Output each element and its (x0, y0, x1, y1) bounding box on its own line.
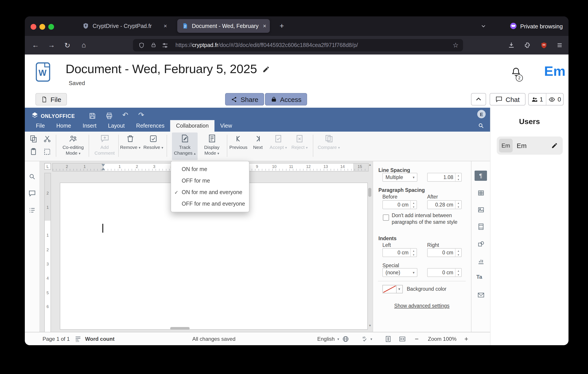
spinner-down-icon[interactable]: ▾ (455, 253, 461, 257)
word-count-label[interactable]: Word count (85, 336, 115, 342)
lock-icon[interactable] (151, 42, 157, 48)
spacing-after-spinner[interactable]: 0.28 cm ▴▾ (427, 200, 462, 209)
shape-settings-tab[interactable] (477, 240, 485, 248)
document-language-globe-icon[interactable] (342, 335, 349, 343)
tab-references[interactable]: References (130, 120, 170, 132)
text-art-settings-tab[interactable]: Ta (476, 274, 482, 280)
spinner-up-icon[interactable]: ▴ (455, 201, 461, 205)
list-all-tabs-chevron-icon[interactable] (480, 23, 486, 29)
file-button[interactable]: File (35, 93, 67, 105)
traffic-light-minimize[interactable] (40, 24, 45, 30)
copy-icon[interactable] (29, 135, 38, 143)
close-icon[interactable]: × (164, 23, 167, 29)
spacing-before-spinner[interactable]: 0 cm ▴▾ (382, 200, 417, 209)
vertical-scrollbar[interactable]: ▲ ▼ (368, 163, 372, 330)
spinner-up-icon[interactable]: ▴ (455, 249, 461, 253)
table-settings-tab[interactable] (477, 189, 485, 197)
menu-icon[interactable] (553, 39, 566, 52)
navigation-headings-icon[interactable] (28, 207, 36, 214)
scrollbar-thumb[interactable] (368, 188, 371, 197)
tab-insert[interactable]: Insert (77, 120, 102, 132)
accept-button[interactable]: Accept ▾ (269, 133, 288, 160)
spinner-down-icon[interactable]: ▾ (455, 177, 461, 181)
reject-button[interactable]: Reject ▾ (290, 133, 309, 160)
user-avatar-initials[interactable]: Em (544, 63, 566, 79)
find-icon[interactable] (28, 173, 36, 180)
spellcheck-toggle[interactable]: ab ▾ (362, 332, 372, 345)
spinner-down-icon[interactable]: ▾ (455, 205, 461, 209)
traffic-light-close[interactable] (31, 24, 36, 30)
fit-width-icon[interactable] (399, 335, 406, 343)
resolve-button[interactable]: Resolve ▾ (143, 133, 164, 160)
add-comment-button[interactable]: Add Comment (92, 133, 117, 160)
viewers-count-segment[interactable]: 0 (546, 94, 563, 105)
share-button[interactable]: Share (225, 93, 264, 105)
paste-icon[interactable] (29, 147, 38, 156)
access-button[interactable]: Access (265, 93, 307, 105)
image-settings-tab[interactable] (477, 206, 485, 214)
collapse-toolbar-button[interactable] (471, 93, 486, 105)
vertical-ruler[interactable]: 2 1 1 2 3 4 5 6 (44, 173, 51, 332)
previous-change-button[interactable]: Previous (229, 133, 248, 160)
advanced-settings-link-text[interactable]: Show advanced settings (394, 303, 449, 308)
spinner-up-icon[interactable]: ▴ (455, 173, 461, 177)
background-color-dropdown[interactable]: ▾ (396, 285, 403, 293)
next-change-button[interactable]: Next (249, 133, 267, 160)
undo-icon[interactable]: ↶ (122, 111, 128, 119)
compare-button[interactable]: Compare ▾ (317, 133, 340, 160)
new-tab-button[interactable]: + (276, 21, 287, 31)
header-footer-settings-tab[interactable] (477, 223, 485, 230)
advanced-settings-link[interactable]: Show advanced settings (373, 303, 471, 308)
tab-home[interactable]: Home (51, 120, 77, 132)
spinner-up-icon[interactable]: ▴ (411, 201, 417, 205)
reload-icon[interactable]: ↻ (61, 39, 74, 52)
word-count-icon[interactable]: 123 (74, 335, 82, 343)
editor-avatar[interactable]: E (477, 110, 486, 118)
tab-cryptdrive[interactable]: CryptDrive - CryptPad.fr × (78, 19, 171, 33)
tab-stop-selector[interactable]: L (44, 163, 51, 170)
back-icon[interactable]: ← (29, 39, 42, 52)
menu-item-off-for-me[interactable]: OFF for me (171, 175, 249, 187)
spinner-down-icon[interactable]: ▾ (411, 205, 417, 209)
editors-count-segment[interactable]: 1 (529, 94, 546, 105)
indent-left-spinner[interactable]: 0 cm ▴▾ (382, 248, 417, 257)
zoom-level[interactable]: Zoom 100% (424, 336, 461, 342)
redo-icon[interactable]: ↷ (138, 111, 144, 119)
line-spacing-amount-spinner[interactable]: 1.08 ▴▾ (427, 173, 462, 182)
spinner-up-icon[interactable]: ▴ (455, 269, 461, 272)
print-icon[interactable] (105, 112, 113, 120)
hanging-indent-marker[interactable] (102, 167, 105, 170)
remove-button[interactable]: Remove ▾ (120, 133, 141, 160)
chat-button[interactable]: Chat (490, 93, 525, 105)
edit-name-pencil-icon[interactable] (551, 142, 558, 149)
home-icon[interactable]: ⌂ (77, 39, 90, 52)
page-indicator[interactable]: Page 1 of 1 (42, 336, 70, 342)
menu-item-on-for-everyone[interactable]: ✓ON for me and everyone (171, 187, 249, 198)
paragraph-settings-tab[interactable]: ¶ (474, 171, 487, 181)
horizontal-scrollbar-thumb[interactable] (170, 327, 190, 330)
tab-view[interactable]: View (214, 120, 238, 132)
zoom-out-icon[interactable]: − (415, 335, 419, 343)
coediting-mode-button[interactable]: Co-editing Mode ▾ (60, 133, 86, 160)
user-card[interactable]: Em Em (497, 136, 563, 155)
language-selector[interactable]: English ▾ (317, 332, 339, 345)
menu-item-off-for-everyone[interactable]: OFF for me and everyone (171, 198, 249, 210)
close-icon[interactable]: × (263, 23, 266, 29)
chart-settings-tab[interactable] (477, 258, 485, 265)
spinner-down-icon[interactable]: ▾ (411, 253, 417, 257)
bookmark-star-icon[interactable]: ☆ (453, 41, 459, 49)
tab-layout[interactable]: Layout (102, 120, 130, 132)
spinner-down-icon[interactable]: ▾ (455, 272, 461, 277)
line-spacing-select[interactable]: Multiple ▾ (382, 173, 417, 182)
track-changes-button[interactable]: Track Changes ▴ (172, 133, 198, 160)
first-line-indent-marker[interactable] (102, 164, 105, 167)
edit-title-pencil-icon[interactable] (262, 65, 270, 73)
scroll-up-icon[interactable]: ▲ (368, 163, 372, 166)
spinner-up-icon[interactable]: ▴ (411, 249, 417, 253)
ublock-icon[interactable] (537, 39, 550, 52)
zoom-in-icon[interactable]: + (464, 335, 468, 343)
tracking-shield-icon[interactable] (138, 42, 145, 49)
tab-collaboration[interactable]: Collaboration (170, 120, 214, 132)
indent-right-spinner[interactable]: 0 cm ▴▾ (427, 248, 462, 257)
tab-document[interactable]: Document - Wed, February 5, 2 × (177, 19, 270, 33)
